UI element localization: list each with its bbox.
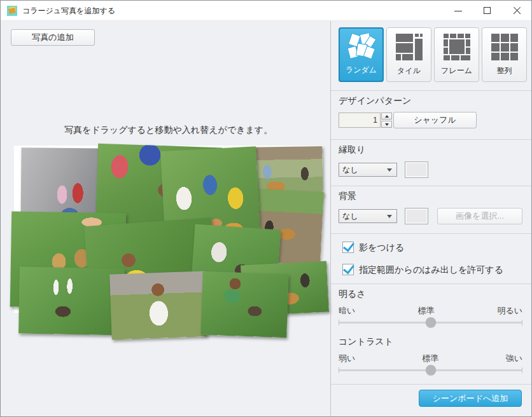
background-section-label: 背景 <box>339 191 356 202</box>
tile-collage-icon <box>395 33 423 61</box>
arrow-up-icon <box>385 115 389 118</box>
close-button[interactable] <box>502 1 531 21</box>
layout-button-tile[interactable]: タイル <box>386 27 431 82</box>
background-color-swatch[interactable] <box>405 208 428 224</box>
layout-button-random[interactable]: ランダム <box>339 27 384 82</box>
shuffle-button[interactable]: シャッフル <box>393 112 477 128</box>
layout-button-label: フレーム <box>435 65 479 76</box>
contrast-scale-labels: 弱い 標準 強い <box>339 353 522 364</box>
divider <box>331 284 532 284</box>
settings-pane: ランダム <box>331 21 532 417</box>
preview-pane: 写真の追加 写真をドラッグすると移動や入れ替えができます。 <box>1 21 330 417</box>
collage-photo[interactable] <box>109 271 207 339</box>
brightness-label: 明るさ <box>339 289 366 300</box>
minimize-button[interactable] <box>444 1 473 21</box>
contrast-max-label: 強い <box>506 353 522 364</box>
brightness-slider-thumb[interactable] <box>426 317 436 327</box>
select-image-button[interactable]: 画像を選択... <box>437 208 522 224</box>
close-icon <box>513 7 521 15</box>
stepper-up-button[interactable] <box>381 113 392 120</box>
brightness-max-label: 明るい <box>497 305 522 317</box>
brightness-min-label: 暗い <box>339 305 355 317</box>
layout-button-frame[interactable]: フレーム <box>434 27 479 82</box>
layout-button-label: ランダム <box>340 65 382 76</box>
divider <box>331 139 532 140</box>
stepper-down-button[interactable] <box>381 121 392 128</box>
layout-type-selector: ランダム <box>339 27 527 82</box>
contrast-slider-thumb[interactable] <box>426 365 436 375</box>
collage-photo[interactable] <box>18 267 125 336</box>
divider <box>331 233 532 234</box>
collage-photo[interactable] <box>200 271 288 338</box>
border-color-swatch[interactable] <box>405 161 428 178</box>
app-icon <box>7 6 17 16</box>
design-pattern-stepper <box>381 113 392 128</box>
add-to-sceneboard-button[interactable]: シーンボードへ追加 <box>419 390 522 407</box>
contrast-min-label: 弱い <box>339 353 355 364</box>
design-pattern-label: デザインパターン <box>339 95 411 107</box>
window-title: コラージュ写真を追加する <box>22 6 115 17</box>
border-section-label: 縁取り <box>339 144 365 156</box>
overflow-checkbox-label: 指定範囲からのはみ出しを許可する <box>359 264 503 276</box>
border-style-select[interactable]: なし <box>339 163 397 177</box>
contrast-label: コントラスト <box>339 336 393 348</box>
drag-hint-text: 写真をドラッグすると移動や入れ替えができます。 <box>14 125 323 136</box>
brightness-scale-labels: 暗い 標準 明るい <box>339 305 522 317</box>
shadow-checkbox-label: 影をつける <box>359 242 404 254</box>
arrow-down-icon <box>385 123 389 126</box>
frame-collage-icon <box>443 33 471 61</box>
collage-preview-canvas[interactable] <box>14 146 323 313</box>
background-style-select[interactable]: なし <box>339 209 397 223</box>
contrast-mid-label: 標準 <box>423 353 439 364</box>
layout-button-label: 整列 <box>482 65 526 76</box>
random-collage-icon <box>347 33 375 61</box>
contrast-slider[interactable] <box>339 369 522 371</box>
divider <box>331 90 532 91</box>
maximize-icon <box>484 7 491 14</box>
layout-button-label: タイル <box>387 65 431 76</box>
overflow-checkbox[interactable] <box>342 264 354 275</box>
divider <box>331 186 532 186</box>
layout-button-align[interactable]: 整列 <box>482 27 527 82</box>
shadow-checkbox[interactable] <box>342 242 354 253</box>
dialog-content: 写真の追加 写真をドラッグすると移動や入れ替えができます。 <box>1 21 532 417</box>
design-pattern-input[interactable] <box>339 113 381 128</box>
collage-dialog-window: コラージュ写真を追加する 写真の追加 写真をドラッグすると移動や入れ替えができま… <box>0 0 532 417</box>
minimize-icon <box>454 11 462 11</box>
grid-collage-icon <box>491 33 519 61</box>
divider <box>331 384 532 385</box>
brightness-mid-label: 標準 <box>418 305 435 317</box>
maximize-button[interactable] <box>473 1 502 21</box>
titlebar: コラージュ写真を追加する <box>1 1 531 21</box>
brightness-slider[interactable] <box>339 322 522 324</box>
add-photos-button[interactable]: 写真の追加 <box>11 29 95 46</box>
